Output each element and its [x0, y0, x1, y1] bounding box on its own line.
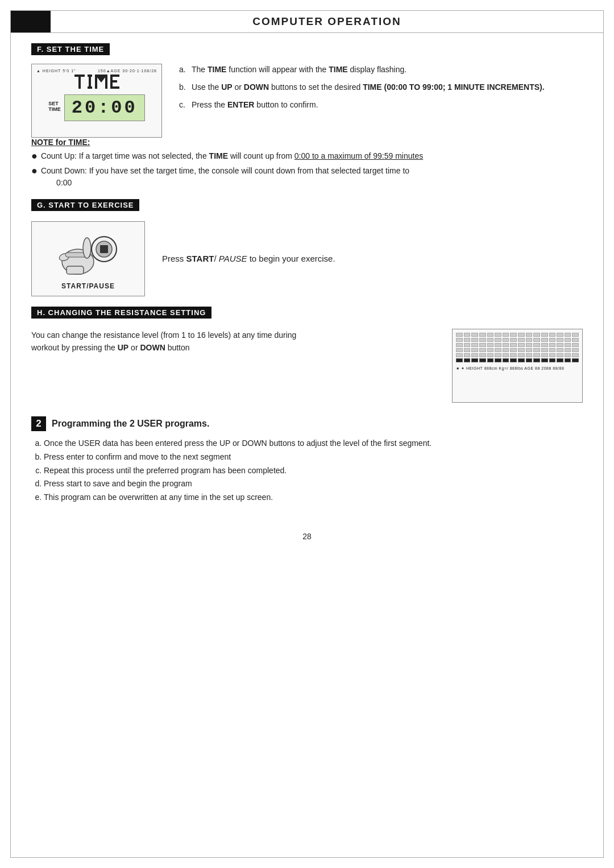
grid-row-3: [456, 343, 579, 347]
letter-c: c.: [179, 99, 187, 111]
grid-row-2: [456, 338, 579, 342]
section-h-header: H. CHANGING THE RESISTANCE SETTING: [31, 307, 211, 319]
section-f-header: F. SET THE TIME: [31, 43, 110, 55]
grid-row-filled: [456, 358, 579, 362]
svg-point-16: [83, 238, 91, 258]
grid-row-1: [456, 333, 579, 337]
svg-rect-3: [89, 77, 91, 86]
svg-rect-2: [88, 75, 92, 77]
section-h: H. CHANGING THE RESISTANCE SETTING You c…: [31, 307, 583, 403]
list-item-a: Once the USER data has been entered pres…: [44, 437, 583, 450]
resistance-body: You can change the resistance level (fro…: [31, 329, 583, 403]
svg-rect-19: [100, 245, 108, 253]
svg-rect-7: [105, 75, 107, 89]
start-pause-graphic: [54, 228, 122, 279]
list-item-d: Press start to save and begin the progra…: [44, 477, 583, 491]
page-container: COMPUTER OPERATION F. SET THE TIME ▲ HEI…: [10, 10, 604, 858]
svg-rect-1: [78, 77, 81, 89]
header-black-box: [11, 11, 51, 32]
instruction-a: a. The TIME function will appear with th…: [179, 64, 583, 76]
note-section: NOTE for TIME: ● Count Up: If a target t…: [31, 138, 583, 189]
note-2-text: Count Down: If you have set the target t…: [41, 165, 409, 189]
section-g: G. START TO EXERCISE: [31, 199, 583, 296]
section2-number: 2: [31, 416, 46, 431]
resistance-display-box: ★ ✦ HEIGHT 888cm Kg=/ 888lbs AGE 88 2088…: [452, 329, 583, 403]
list-item-e: This program can be overwritten at any t…: [44, 491, 583, 505]
list-item-b: Press enter to confirm and move to the n…: [44, 450, 583, 464]
lcd-time: 20:00: [64, 94, 145, 121]
note-bullet-2: ● Count Down: If you have set the target…: [31, 165, 583, 189]
letter-b: b.: [179, 81, 187, 93]
list-item-c: Repeat this process until the preferred …: [44, 464, 583, 478]
instruction-b: b. Use the UP or DOWN buttons to set the…: [179, 81, 583, 93]
instruction-c: c. Press the ENTER button to confirm.: [179, 99, 583, 111]
note-bullet-1: ● Count Up: If a target time was not sel…: [31, 150, 583, 162]
page-header: COMPUTER OPERATION: [11, 11, 603, 33]
grid-row-5: [456, 353, 579, 357]
resistance-text: You can change the resistance level (fro…: [31, 329, 441, 354]
note-1-text: Count Up: If a target time was not selec…: [41, 150, 423, 162]
svg-rect-4: [88, 86, 92, 89]
instruction-c-text: Press the ENTER button to confirm.: [192, 99, 318, 111]
hand-illustration: [58, 238, 94, 274]
display-stats: 150▲AGE 30·20·1·108/28: [98, 69, 157, 73]
section2-list: Once the USER data has been entered pres…: [31, 437, 583, 505]
start-image-box: START/PAUSE: [31, 221, 145, 296]
section-2: 2 Programming the 2 USER programs. Once …: [31, 416, 583, 505]
display-height-label: ▲ HEIGHT 5'0 1": [36, 69, 76, 73]
start-pause-label: START/PAUSE: [61, 282, 115, 290]
svg-rect-10: [110, 80, 117, 82]
grid-row-4: [456, 348, 579, 352]
set-time-row: SETTIME 20:00: [48, 92, 145, 121]
page-title: COMPUTER OPERATION: [51, 11, 603, 32]
time-display-box: ▲ HEIGHT 5'0 1" 150▲AGE 30·20·1·108/28: [31, 64, 162, 138]
svg-rect-0: [74, 75, 85, 77]
section2-header: 2 Programming the 2 USER programs.: [31, 416, 583, 431]
set-time-instructions: a. The TIME function will appear with th…: [179, 64, 583, 117]
section-f: F. SET THE TIME ▲ HEIGHT 5'0 1" 150▲AGE …: [31, 43, 583, 189]
start-instruction: Press START/ PAUSE to begin your exercis…: [162, 252, 335, 266]
letter-a: a.: [179, 64, 187, 76]
bullet-dot-1: ●: [31, 151, 38, 161]
instruction-a-text: The TIME function will appear with the T…: [192, 64, 406, 76]
time-display-top: ▲ HEIGHT 5'0 1" 150▲AGE 30·20·1·108/28: [36, 69, 157, 73]
svg-rect-11: [110, 86, 119, 89]
content-area: F. SET THE TIME ▲ HEIGHT 5'0 1" 150▲AGE …: [11, 33, 603, 515]
section2-title: Programming the 2 USER programs.: [52, 419, 209, 429]
page-number: 28: [11, 532, 603, 541]
start-body: START/PAUSE Press START/ PAUSE to begin …: [31, 221, 583, 296]
bullet-dot-2: ●: [31, 166, 38, 176]
svg-rect-15: [67, 266, 84, 274]
pixel-time-text: [74, 75, 119, 89]
section-g-header: G. START TO EXERCISE: [31, 199, 139, 211]
resistance-status-text: ★ ✦ HEIGHT 888cm Kg=/ 888lbs AGE 88 2088…: [456, 366, 579, 371]
note-header: NOTE for TIME:: [31, 138, 583, 147]
grid-cell: [456, 333, 463, 337]
instruction-b-text: Use the UP or DOWN buttons to set the de…: [192, 81, 545, 93]
set-time-body: ▲ HEIGHT 5'0 1" 150▲AGE 30·20·1·108/28: [31, 64, 583, 138]
set-label: SETTIME: [48, 101, 61, 113]
